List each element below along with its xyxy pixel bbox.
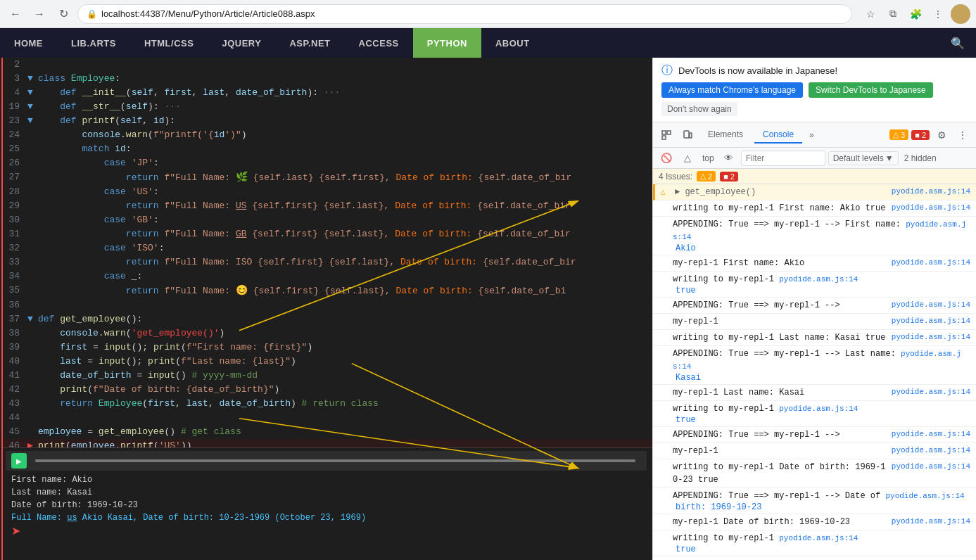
- code-table: 2 3 ▼ class Employee: 4 ▼ def __init__(s…: [0, 58, 652, 447]
- msg-link[interactable]: pyodide.asm.js:14: [892, 517, 970, 526]
- table-row: 40 last = input(); print(f"Last name: {l…: [0, 355, 652, 369]
- dont-show-button[interactable]: Don't show again: [661, 102, 737, 116]
- issues-warn-badge: △ 2: [697, 171, 716, 182]
- list-item: my-repl-1 Last name: Kasai pyodide.asm.j…: [653, 385, 976, 401]
- msg-link[interactable]: pyodide.asm.js:14: [892, 333, 970, 341]
- profile-avatar[interactable]: [951, 4, 970, 24]
- nav-about[interactable]: ABOUT: [481, 28, 544, 58]
- msg-block: APPENDING: True ==> my-repl-1 --> Last n…: [673, 348, 970, 383]
- msg-text: APPENDING: True ==> my-repl-1 -->: [673, 299, 889, 312]
- list-item: my-repl-1 Date of birth: 1969-10-23 pyod…: [653, 514, 976, 530]
- lock-icon: 🔒: [87, 9, 97, 19]
- table-row: 30 case 'GB':: [0, 213, 652, 227]
- msg-link[interactable]: pyodide.asm.js:14: [892, 258, 970, 267]
- msg-continuation: Akio: [673, 243, 970, 253]
- nav-python[interactable]: PYTHON: [413, 28, 481, 58]
- svg-rect-4: [667, 131, 671, 134]
- code-area[interactable]: 2 3 ▼ class Employee: 4 ▼ def __init__(s…: [0, 58, 652, 447]
- list-item: writing to my-repl-1 First name: Akio tr…: [653, 201, 976, 217]
- terminal-input-line: ➤: [11, 524, 641, 537]
- list-item: writing to my-repl-1 pyodide.asm.js:14 t…: [653, 401, 976, 427]
- main-content: 2 3 ▼ class Employee: 4 ▼ def __init__(s…: [0, 58, 976, 560]
- filter-input[interactable]: [741, 151, 825, 166]
- run-button[interactable]: ▶: [11, 453, 27, 469]
- hidden-count: 2 hidden: [904, 153, 937, 163]
- msg-text: writing to my-repl-1 pyodide.asm.js:14: [673, 404, 858, 414]
- list-item: APPENDING: True ==> my-repl-1 --> pyodid…: [653, 556, 976, 560]
- extensions-button[interactable]: 🧩: [906, 4, 925, 24]
- url-text: localhost:44387/Menu/Python/Article/Arti…: [101, 8, 315, 19]
- console-toolbar: 🚫 △ top 👁 Default levels ▼ 2 hidden: [653, 148, 976, 169]
- svg-rect-5: [662, 136, 666, 139]
- settings-button[interactable]: ⋮: [928, 4, 948, 24]
- msg-text: my-repl-1 Date of birth: 1969-10-23: [673, 516, 889, 528]
- terminal-output: First name: Akio Last name: Kasai Date o…: [6, 471, 647, 540]
- tab-elements[interactable]: Elements: [699, 127, 752, 144]
- inspect-button[interactable]: [657, 126, 676, 144]
- nav-htmlcss[interactable]: HTML/CSS: [130, 28, 208, 58]
- msg-block: writing to my-repl-1 pyodide.asm.js:14 t…: [673, 532, 970, 554]
- nav-home[interactable]: HOME: [0, 28, 57, 58]
- console-messages[interactable]: △ ► get_employee() pyodide.asm.js:14 wri…: [653, 184, 976, 560]
- list-item: writing to my-repl-1 pyodide.asm.js:14 t…: [653, 272, 976, 298]
- list-item: APPENDING: True ==> my-repl-1 --> First …: [653, 217, 976, 255]
- forward-button[interactable]: →: [30, 4, 49, 24]
- back-button[interactable]: ←: [6, 4, 25, 24]
- more-tabs-button[interactable]: »: [805, 127, 818, 143]
- address-bar[interactable]: 🔒 localhost:44387/Menu/Python/Article/Ar…: [77, 4, 852, 24]
- msg-block: writing to my-repl-1 pyodide.asm.js:14 t…: [673, 402, 970, 425]
- list-item: APPENDING: True ==> my-repl-1 --> pyodid…: [653, 298, 976, 314]
- msg-text: my-repl-1: [673, 445, 889, 457]
- msg-text: writing to my-repl-1 Last name: Kasai tr…: [673, 331, 889, 344]
- nav-aspnet[interactable]: ASP.NET: [275, 28, 344, 58]
- more-options-button[interactable]: ⋮: [953, 126, 972, 144]
- device-toggle-button[interactable]: [678, 126, 697, 144]
- eye-button[interactable]: 👁: [720, 149, 738, 167]
- issues-label: 4 Issues:: [659, 172, 692, 182]
- msg-link[interactable]: pyodide.asm.js:14: [892, 462, 970, 471]
- clear-console-button[interactable]: 🚫: [657, 149, 676, 167]
- issues-bar[interactable]: 4 Issues: △ 2 ■ 2: [653, 169, 976, 184]
- msg-text: writing to my-repl-1 pyodide.asm.js:14: [673, 274, 858, 284]
- msg-text[interactable]: ► get_employee(): [675, 186, 889, 198]
- msg-link[interactable]: pyodide.asm.js:14: [892, 300, 970, 309]
- msg-text: my-repl-1: [673, 315, 889, 328]
- msg-link[interactable]: pyodide.asm.js:14: [892, 203, 970, 212]
- devtools-panel: ⓘ DevTools is now available in Japanese!…: [652, 58, 976, 560]
- stop-button[interactable]: △: [678, 149, 697, 167]
- nav-libarts[interactable]: LIB.ARTS: [57, 28, 130, 58]
- list-item: APPENDING: True ==> my-repl-1 --> pyodid…: [653, 427, 976, 443]
- msg-text: APPENDING: True ==> my-repl-1 -->: [673, 428, 889, 441]
- settings-gear-button[interactable]: ⚙: [932, 126, 951, 144]
- table-row: 28 case 'US':: [0, 185, 652, 199]
- list-item: APPENDING: True ==> my-repl-1 --> Last n…: [653, 346, 976, 385]
- table-row: 27 return f"Full Name: 🌿 {self.last} {se…: [0, 170, 652, 185]
- bookmark-button[interactable]: ☆: [861, 4, 880, 24]
- browser-bar: ← → ↻ 🔒 localhost:44387/Menu/Python/Arti…: [0, 0, 976, 28]
- msg-text: APPENDING: True ==> my-repl-1 --> First …: [673, 219, 966, 242]
- default-levels-button[interactable]: Default levels ▼: [828, 151, 899, 165]
- msg-link[interactable]: pyodide.asm.js:14: [892, 317, 970, 325]
- top-selector[interactable]: top: [699, 153, 717, 163]
- nav-search-button[interactable]: 🔍: [939, 28, 976, 58]
- nav-access[interactable]: ACCESS: [345, 28, 413, 58]
- list-item: writing to my-repl-1 Date of birth: 1969…: [653, 459, 976, 488]
- list-item: writing to my-repl-1 Last name: Kasai tr…: [653, 330, 976, 346]
- msg-link[interactable]: pyodide.asm.js:14: [892, 388, 970, 396]
- refresh-button[interactable]: ↻: [53, 4, 73, 24]
- list-item: my-repl-1 pyodide.asm.js:14: [653, 314, 976, 330]
- match-language-button[interactable]: Always match Chrome's language: [661, 82, 803, 98]
- msg-continuation: true: [673, 286, 970, 295]
- msg-link[interactable]: pyodide.asm.js:14: [892, 430, 970, 438]
- tab-console[interactable]: Console: [754, 127, 802, 144]
- switch-language-button[interactable]: Switch DevTools to Japanese: [809, 82, 933, 98]
- devtools-notification: ⓘ DevTools is now available in Japanese!…: [653, 58, 976, 122]
- msg-link[interactable]: pyodide.asm.js:14: [892, 446, 970, 454]
- msg-link[interactable]: pyodide.asm.js:14: [892, 187, 970, 196]
- terminal: ▶ First name: Akio Last name: Kasai Date…: [0, 447, 652, 560]
- nav-jquery[interactable]: JQUERY: [208, 28, 275, 58]
- console-msg-warn-get-employee[interactable]: △ ► get_employee() pyodide.asm.js:14: [653, 184, 976, 201]
- issues-err-badge: ■ 2: [720, 172, 738, 182]
- profile-extensions-button[interactable]: ⧉: [883, 4, 903, 24]
- msg-text: my-repl-1 Last name: Kasai: [673, 386, 889, 399]
